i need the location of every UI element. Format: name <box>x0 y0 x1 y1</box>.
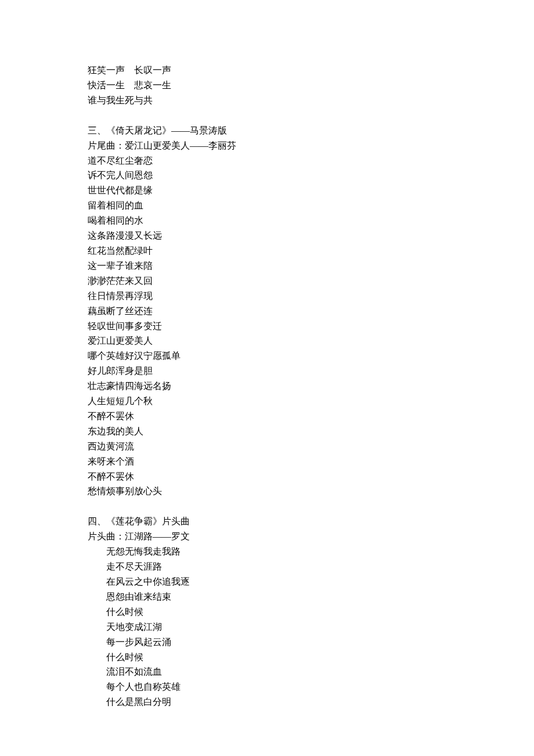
lyric-line: 什么时候 <box>88 650 534 665</box>
lyric-line: 谁与我生死与共 <box>88 93 534 108</box>
lyric-line: 往日情景再浮现 <box>88 289 534 304</box>
lyric-line: 天地变成江湖 <box>88 620 534 635</box>
lyric-line: 愁情烦事别放心头 <box>88 484 534 499</box>
lyric-line: 西边黄河流 <box>88 439 534 454</box>
lyric-line: 无怨无悔我走我路 <box>88 544 534 559</box>
lyric-line: 人生短短几个秋 <box>88 394 534 409</box>
section-4: 四、《莲花争霸》片头曲 片头曲：江湖路——罗文 无怨无悔我走我路 走不尽天涯路 … <box>88 514 534 710</box>
lyric-line: 来呀来个酒 <box>88 454 534 469</box>
lyrics-block-1: 狂笑一声 长叹一声 快活一生 悲哀一生 谁与我生死与共 <box>88 63 534 108</box>
lyric-line: 恩怨由谁来结束 <box>88 589 534 604</box>
document-page: 狂笑一声 长叹一声 快活一生 悲哀一生 谁与我生死与共 三、《倚天屠龙记》——马… <box>0 0 534 756</box>
lyric-line: 每个人也自称英雄 <box>88 679 534 694</box>
lyric-line: 壮志豪情四海远名扬 <box>88 379 534 394</box>
lyric-line: 在风云之中你追我逐 <box>88 574 534 589</box>
lyric-line: 狂笑一声 长叹一声 <box>88 63 534 78</box>
lyric-line: 不醉不罢休 <box>88 469 534 484</box>
lyric-line: 红花当然配绿叶 <box>88 243 534 258</box>
lyric-line: 诉不完人间恩怨 <box>88 168 534 183</box>
lyric-line: 轻叹世间事多变迁 <box>88 319 534 334</box>
lyric-line: 什么时候 <box>88 604 534 620</box>
lyric-line: 哪个英雄好汉宁愿孤单 <box>88 348 534 363</box>
lyric-line: 快活一生 悲哀一生 <box>88 78 534 93</box>
lyric-line: 走不尽天涯路 <box>88 559 534 574</box>
section-subheading: 片头曲：江湖路——罗文 <box>88 529 534 544</box>
lyric-line: 道不尽红尘奢恋 <box>88 153 534 168</box>
section-heading: 三、《倚天屠龙记》——马景涛版 <box>88 123 534 138</box>
lyric-line: 留着相同的血 <box>88 198 534 213</box>
lyric-line: 什么是黑白分明 <box>88 694 534 710</box>
lyric-line: 喝着相同的水 <box>88 213 534 228</box>
lyric-line: 不醉不罢休 <box>88 409 534 424</box>
spacer <box>88 108 534 123</box>
lyric-line: 世世代代都是缘 <box>88 183 534 198</box>
lyric-line: 爱江山更爱美人 <box>88 333 534 348</box>
lyric-line: 流泪不如流血 <box>88 664 534 679</box>
lyric-line: 渺渺茫茫来又回 <box>88 273 534 289</box>
section-subheading: 片尾曲：爱江山更爱美人——李丽芬 <box>88 138 534 153</box>
section-heading: 四、《莲花争霸》片头曲 <box>88 514 534 529</box>
lyric-line: 这条路漫漫又长远 <box>88 228 534 243</box>
lyric-line: 好儿郎浑身是胆 <box>88 363 534 379</box>
lyric-line: 这一辈子谁来陪 <box>88 258 534 273</box>
spacer <box>88 499 534 514</box>
section-3: 三、《倚天屠龙记》——马景涛版 片尾曲：爱江山更爱美人——李丽芬 道不尽红尘奢恋… <box>88 123 534 499</box>
lyric-line: 每一步风起云涌 <box>88 635 534 650</box>
lyric-line: 东边我的美人 <box>88 424 534 439</box>
lyric-line: 藕虽断了丝还连 <box>88 304 534 319</box>
